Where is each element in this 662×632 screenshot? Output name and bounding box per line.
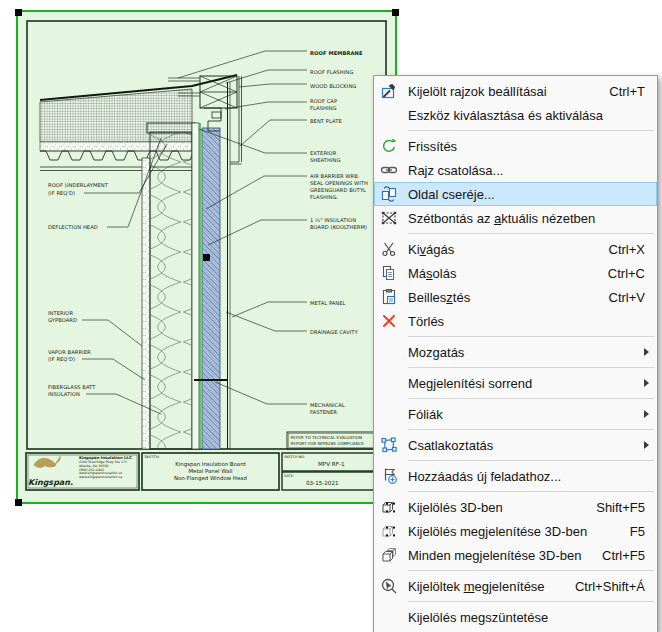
shortcut: Ctrl+Shift+Á	[575, 579, 657, 594]
submenu-arrow-icon	[644, 379, 649, 387]
menu-separator	[408, 460, 654, 461]
drawing-label: MECHANICAL	[310, 402, 345, 408]
drawing-label: ROOF CAP	[310, 98, 337, 104]
sketch-title-line: Metal Panel Wall	[188, 468, 232, 474]
sketch-label: SKETCH:	[145, 455, 160, 459]
drawing-label: DEFLECTION HEAD	[48, 224, 98, 230]
menu-item-copy[interactable]: Másolás Ctrl+C	[374, 261, 657, 285]
refresh-icon	[374, 137, 404, 155]
swap-page-icon	[374, 185, 404, 203]
menu-item-deselect[interactable]: Kijelölés megszüntetése	[374, 605, 657, 629]
drawing-label: ROOF FLASHING	[310, 69, 353, 75]
sketch-no-value: MPV RF-1	[318, 461, 345, 467]
menu-separator	[408, 398, 654, 399]
screen: ROOF MEMBRANE ROOF FLASHING WOOD BLOCKIN…	[0, 0, 662, 632]
submenu-arrow-icon	[644, 348, 649, 356]
shortcut: Ctrl+X	[609, 242, 657, 257]
submenu-arrow-icon	[644, 410, 649, 418]
drawing-label: FLASHING.	[310, 194, 339, 200]
drawing-label: ROOF UNDERLAYMENT	[48, 182, 109, 188]
menu-separator	[408, 491, 654, 492]
drawing-label: GREENGUARD BUTYL	[310, 187, 366, 193]
copy-icon	[374, 264, 404, 282]
context-menu: Kijelölt rajzok beállításai Ctrl+T Eszkö…	[373, 75, 658, 632]
selection-handle[interactable]	[15, 9, 22, 16]
sketch-title-line: Non-Flanged Window Head	[174, 475, 247, 482]
show-selection-3d-icon	[374, 522, 404, 540]
delete-icon	[374, 312, 404, 330]
menu-item-cut[interactable]: Kivágás Ctrl+X	[374, 237, 657, 261]
drawing-label: DRAINAGE CAVITY	[310, 329, 359, 335]
drawing-label: INTERIOR	[48, 310, 73, 316]
menu-separator	[408, 233, 654, 234]
drawing-label: FASTENER	[310, 409, 337, 415]
settings-icon	[374, 82, 404, 100]
menu-item-replace-page[interactable]: Oldal cseréje...	[374, 182, 657, 206]
scissors-icon	[374, 240, 404, 258]
sketch-no-label: SKETCH NO:	[284, 455, 305, 459]
date-value: 03-15-2021	[306, 480, 339, 486]
menu-separator	[408, 130, 654, 131]
menu-separator	[408, 601, 654, 602]
menu-item-select-activate-tool[interactable]: Eszköz kiválasztása és aktiválása	[374, 103, 657, 127]
fiberglass-batt	[151, 133, 191, 448]
drawing-label: GYPBOARD	[48, 317, 77, 323]
selection-handle[interactable]	[203, 254, 210, 261]
submenu-arrow-icon	[644, 441, 649, 449]
menu-item-show-selection-in-3d[interactable]: Kijelölés megjelenítése 3D-ben F5	[374, 519, 657, 543]
drawing-label: BENT PLATE	[310, 118, 342, 124]
drawing-label: SEAL OPENINGS WITH	[310, 180, 368, 186]
menu-item-layers[interactable]: Fóliák	[374, 402, 657, 426]
connect-nodes-icon	[374, 436, 404, 454]
selection-handle[interactable]	[15, 499, 22, 506]
menu-item-delete[interactable]: Törlés	[374, 309, 657, 333]
kingspan-logo-text: Kingspan.	[28, 478, 73, 487]
menu-item-show-selected[interactable]: Kijelöltek megjelenítése Ctrl+Shift+Á	[374, 574, 657, 598]
link-icon	[374, 161, 404, 179]
menu-separator	[408, 429, 654, 430]
shortcut: Ctrl+F5	[602, 548, 657, 563]
shortcut: Ctrl+T	[609, 84, 657, 99]
drawing-label: EXTERIOR	[310, 150, 337, 156]
menu-item-show-all-in-3d[interactable]: Minden megjelenítése 3D-ben Ctrl+F5	[374, 543, 657, 567]
drawing-label: METAL PANEL	[310, 300, 346, 306]
wall-assembly	[142, 82, 230, 449]
menu-item-connect[interactable]: Csatlakoztatás	[374, 433, 657, 457]
drawing-label: VAPOR BARRIER	[48, 349, 91, 355]
drawing-label: 1 ½" INSULATION	[310, 217, 356, 223]
drawing-label: SHEATHING	[310, 157, 341, 163]
menu-item-paste[interactable]: Beillesztés Ctrl+V	[374, 285, 657, 309]
menu-item-display-order[interactable]: Megjelenítési sorrend	[374, 371, 657, 395]
menu-item-select-in-3d[interactable]: Kijelölés 3D-ben Shift+F5	[374, 495, 657, 519]
shortcut: F5	[630, 524, 657, 539]
menu-item-refresh[interactable]: Frissítés	[374, 134, 657, 158]
menu-item-move[interactable]: Mozgatás	[374, 340, 657, 364]
add-task-icon	[374, 467, 404, 485]
drawing-label: FIBERGLASS BATT	[48, 384, 96, 390]
drawing-label: ROOF MEMBRANE	[310, 50, 363, 56]
paste-icon	[374, 288, 404, 306]
menu-item-add-to-new-task[interactable]: Hozzáadás új feladathoz...	[374, 464, 657, 488]
menu-item-explode-in-current-view[interactable]: Szétbontás az aktuális nézetben	[374, 206, 657, 230]
menu-item-link-drawing[interactable]: Rajz csatolása...	[374, 158, 657, 182]
drawing-label: WOOD BLOCKING	[310, 83, 356, 89]
show-all-3d-icon	[374, 546, 404, 564]
drawing-label: (IF REQ'D)	[48, 190, 75, 196]
magnifier-icon	[374, 577, 404, 595]
menu-separator	[408, 336, 654, 337]
drawing-label: AIR BARRIER WRB.	[310, 173, 360, 179]
date-label: DATE:	[284, 474, 294, 478]
explode-icon	[374, 209, 404, 227]
menu-separator	[408, 570, 654, 571]
sketch-title-line: Kingspan Insulation Board	[175, 461, 245, 468]
menu-item-selected-drawing-settings[interactable]: Kijelölt rajzok beállításai Ctrl+T	[374, 79, 657, 103]
shortcut: Shift+F5	[596, 500, 657, 515]
shortcut: Ctrl+V	[609, 290, 657, 305]
selection-handle[interactable]	[392, 9, 399, 16]
note-line: REPORT FOR NFPA285 COMPLIANCE	[291, 441, 365, 446]
menu-separator	[408, 367, 654, 368]
shortcut: Ctrl+C	[608, 266, 657, 281]
company-url: www.kingspaninsulation.ca	[79, 475, 122, 479]
exterior-sheathing	[192, 123, 199, 449]
drawing-label: INSULATION	[48, 391, 80, 397]
